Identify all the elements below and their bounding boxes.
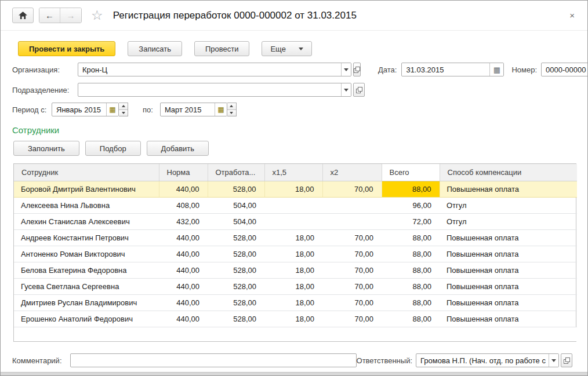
column-header-name[interactable]: Сотрудник (14, 164, 159, 181)
cell-x15[interactable] (264, 197, 322, 213)
date-field[interactable]: 31.03.2015 ▦ (401, 63, 504, 76)
post-and-close-button[interactable]: Провести и закрыть (18, 41, 115, 56)
cell-sposob[interactable]: Повышенная оплата (440, 181, 577, 197)
cell-vsego[interactable]: 88,00 (382, 311, 440, 327)
table-row[interactable]: Белова Екатерина Федоровна440,00528,0018… (14, 262, 577, 278)
cell-name[interactable]: Ерошенко Анатолий Федорович (14, 311, 159, 327)
department-open-button[interactable] (353, 83, 365, 97)
table-row[interactable]: Алексеева Нина Львовна408,00504,0096,00О… (14, 197, 577, 213)
cell-sposob[interactable]: Повышенная оплата (440, 294, 577, 311)
cell-x2[interactable]: 70,00 (322, 278, 382, 294)
period-from-spinner[interactable] (119, 103, 128, 116)
cell-x2[interactable]: 70,00 (322, 311, 382, 327)
column-header-otrab[interactable]: Отработа... (208, 164, 264, 181)
organization-dropdown-button[interactable] (341, 63, 351, 76)
cell-vsego[interactable]: 96,00 (382, 197, 440, 213)
spinner-up-icon[interactable] (227, 103, 236, 110)
cell-sposob[interactable]: Повышенная оплата (440, 262, 577, 278)
number-input[interactable] (541, 63, 588, 76)
cell-sposob[interactable]: Повышенная оплата (440, 246, 577, 262)
cell-x15[interactable]: 18,00 (264, 181, 322, 197)
cell-x2[interactable] (322, 197, 382, 213)
close-icon[interactable]: × (566, 9, 578, 21)
cell-norma[interactable]: 440,00 (159, 229, 208, 246)
pick-button[interactable]: Подбор (85, 141, 141, 156)
cell-name[interactable]: Боровой Дмитрий Валентинович (14, 181, 159, 197)
organization-open-button[interactable] (353, 63, 361, 76)
table-row[interactable]: Ерошенко Анатолий Федорович440,00528,001… (14, 311, 577, 327)
add-button[interactable]: Добавить (147, 141, 209, 156)
cell-name[interactable]: Гусева Светлана Сергеевна (14, 278, 159, 294)
column-header-sposob[interactable]: Способ компенсации (440, 164, 577, 181)
department-combo[interactable] (78, 83, 351, 97)
cell-vsego[interactable]: 88,00 (382, 262, 440, 278)
department-dropdown-button[interactable] (341, 83, 351, 96)
period-to-calendar-button[interactable]: ▦ (215, 103, 227, 116)
post-button[interactable]: Провести (194, 41, 250, 56)
cell-vsego[interactable]: 72,00 (382, 213, 440, 229)
column-header-vsego[interactable]: Всего (382, 164, 440, 181)
table-row[interactable]: Алехин Станислав Алексеевич432,00504,007… (14, 213, 577, 229)
cell-sposob[interactable]: Повышенная оплата (440, 229, 577, 246)
period-from-field[interactable]: Январь 2015 ▦ (52, 103, 119, 116)
cell-name[interactable]: Алексеева Нина Львовна (14, 197, 159, 213)
cell-sposob[interactable]: Повышенная оплата (440, 278, 577, 294)
favorite-star-icon[interactable]: ☆ (91, 9, 103, 22)
column-header-x2[interactable]: x2 (322, 164, 382, 181)
cell-otrab[interactable]: 528,00 (208, 311, 264, 327)
cell-vsego[interactable]: 88,00 (382, 246, 440, 262)
spinner-up-icon[interactable] (119, 103, 128, 110)
table-row[interactable]: Антоненко Роман Викторович440,00528,0018… (14, 246, 577, 262)
cell-norma[interactable]: 440,00 (159, 278, 208, 294)
cell-norma[interactable]: 440,00 (159, 294, 208, 311)
cell-x2[interactable]: 70,00 (322, 229, 382, 246)
back-button[interactable]: ← (39, 8, 60, 23)
responsible-combo[interactable]: Громова Н.П. (Нач. отд. по работе с (416, 353, 559, 367)
date-calendar-button[interactable]: ▦ (489, 63, 503, 76)
spinner-down-icon[interactable] (119, 110, 128, 116)
cell-x2[interactable]: 70,00 (322, 181, 382, 197)
cell-otrab[interactable]: 528,00 (208, 181, 264, 197)
cell-otrab[interactable]: 528,00 (208, 229, 264, 246)
cell-otrab[interactable]: 528,00 (208, 262, 264, 278)
cell-name[interactable]: Алехин Станислав Алексеевич (14, 213, 159, 229)
cell-vsego[interactable]: 88,00 (382, 181, 440, 197)
home-button[interactable] (12, 8, 34, 23)
cell-name[interactable]: Антоненко Роман Викторович (14, 246, 159, 262)
cell-otrab[interactable]: 504,00 (208, 197, 264, 213)
table-row[interactable]: Боровой Дмитрий Валентинович440,00528,00… (14, 181, 577, 197)
table-row[interactable]: Андреев Константин Петрович440,00528,001… (14, 229, 577, 246)
cell-norma[interactable]: 408,00 (159, 197, 208, 213)
cell-norma[interactable]: 440,00 (159, 181, 208, 197)
cell-norma[interactable]: 440,00 (159, 246, 208, 262)
responsible-dropdown-button[interactable] (549, 354, 558, 367)
cell-x15[interactable]: 18,00 (264, 246, 322, 262)
comment-input[interactable] (70, 353, 357, 367)
cell-x15[interactable]: 18,00 (264, 278, 322, 294)
table-row[interactable]: Дмитриев Руслан Владимирович440,00528,00… (14, 294, 577, 311)
cell-norma[interactable]: 432,00 (159, 213, 208, 229)
cell-x15[interactable]: 18,00 (264, 229, 322, 246)
organization-combo[interactable]: Крон-Ц (78, 63, 351, 76)
period-to-field[interactable]: Март 2015 ▦ (160, 103, 227, 116)
spinner-down-icon[interactable] (227, 110, 236, 116)
fill-button[interactable]: Заполнить (13, 141, 79, 156)
cell-x2[interactable]: 70,00 (322, 294, 382, 311)
period-from-calendar-button[interactable]: ▦ (106, 103, 118, 116)
column-header-x15[interactable]: x1,5 (264, 164, 322, 181)
more-button[interactable]: Еще (262, 41, 312, 56)
cell-x15[interactable]: 18,00 (264, 311, 322, 327)
table-row[interactable]: Гусева Светлана Сергеевна440,00528,0018,… (14, 278, 577, 294)
cell-norma[interactable]: 440,00 (159, 262, 208, 278)
cell-name[interactable]: Дмитриев Руслан Владимирович (14, 294, 159, 311)
cell-norma[interactable]: 440,00 (159, 311, 208, 327)
responsible-open-button[interactable] (561, 353, 572, 367)
forward-button[interactable]: → (60, 8, 81, 23)
column-header-norma[interactable]: Норма (159, 164, 208, 181)
cell-x2[interactable]: 70,00 (322, 262, 382, 278)
cell-vsego[interactable]: 88,00 (382, 294, 440, 311)
period-to-spinner[interactable] (227, 103, 237, 116)
cell-vsego[interactable]: 88,00 (382, 278, 440, 294)
write-button[interactable]: Записать (128, 41, 182, 56)
cell-x2[interactable] (322, 213, 382, 229)
